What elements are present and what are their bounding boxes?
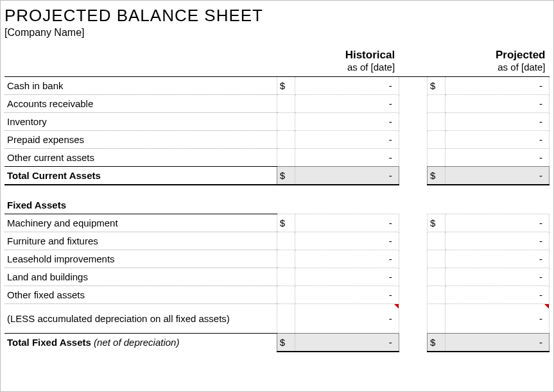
current-asset-row: Prepaid expenses-- (4, 131, 550, 149)
historical-subheader: as of [date] (277, 62, 399, 77)
fixed-asset-row: Leasehold improvements-- (4, 250, 550, 268)
projected-subheader: as of [date] (428, 62, 550, 77)
cell-currency[interactable] (428, 304, 446, 334)
cell-currency[interactable] (428, 232, 446, 250)
cell-currency[interactable]: $ (277, 167, 295, 185)
cell-value[interactable]: - (295, 167, 399, 185)
fixed-asset-row: Land and buildings-- (4, 268, 550, 286)
cell-currency[interactable]: $ (277, 214, 295, 232)
fixed-asset-row: Other fixed assets-- (4, 286, 550, 304)
fixed-asset-row: Furniture and fixtures-- (4, 232, 550, 250)
cell-value[interactable]: - (446, 167, 550, 185)
cell-currency[interactable] (277, 113, 295, 131)
cell-currency[interactable] (277, 304, 295, 334)
fixed-asset-label: Machinery and equipment (4, 214, 277, 232)
current-asset-label: Inventory (4, 113, 277, 131)
historical-header: Historical (277, 47, 399, 62)
cell-value[interactable]: - (295, 77, 399, 95)
cell-value[interactable]: - (446, 334, 550, 352)
cell-value[interactable]: - (295, 286, 399, 304)
cell-value[interactable]: - (295, 334, 399, 352)
fixed-asset-label: (LESS accumulated depreciation on all fi… (4, 304, 277, 334)
cell-value[interactable]: - (295, 131, 399, 149)
total-fixed-assets-row: Total Fixed Assets (net of depreciation)… (4, 334, 550, 352)
cell-currency[interactable] (277, 149, 295, 167)
cell-currency[interactable] (277, 250, 295, 268)
fixed-asset-label: Furniture and fixtures (4, 232, 277, 250)
cell-value[interactable]: - (295, 113, 399, 131)
cell-value[interactable]: - (446, 149, 550, 167)
cell-value[interactable]: - (446, 250, 550, 268)
cell-value[interactable]: - (446, 95, 550, 113)
current-asset-label: Cash in bank (4, 77, 277, 95)
current-asset-row: Other current assets-- (4, 149, 550, 167)
cell-value[interactable]: - (446, 286, 550, 304)
total-current-assets-row: Total Current Assets $ - $ - (4, 167, 550, 185)
cell-value[interactable]: - (295, 149, 399, 167)
cell-currency[interactable] (277, 232, 295, 250)
current-asset-row: Accounts receivable-- (4, 95, 550, 113)
cell-currency[interactable] (428, 250, 446, 268)
cell-currency[interactable]: $ (277, 77, 295, 95)
cell-value[interactable]: - (295, 304, 399, 334)
page-title: PROJECTED BALANCE SHEET (4, 6, 550, 26)
cell-currency[interactable] (277, 268, 295, 286)
cell-currency[interactable] (428, 113, 446, 131)
fixed-assets-section-label: Fixed Assets (4, 196, 277, 214)
cell-value[interactable]: - (446, 268, 550, 286)
fixed-assets-section-row: Fixed Assets (4, 196, 550, 214)
fixed-asset-row: (LESS accumulated depreciation on all fi… (4, 304, 550, 334)
cell-value[interactable]: - (446, 77, 550, 95)
cell-value[interactable]: - (295, 214, 399, 232)
total-current-assets-label: Total Current Assets (4, 167, 277, 185)
current-asset-row: Inventory-- (4, 113, 550, 131)
cell-currency[interactable]: $ (277, 334, 295, 352)
cell-currency[interactable] (277, 286, 295, 304)
cell-value[interactable]: - (446, 113, 550, 131)
total-fixed-assets-label: Total Fixed Assets (net of depreciation) (4, 334, 277, 352)
cell-currency[interactable] (277, 131, 295, 149)
cell-currency[interactable]: $ (428, 167, 446, 185)
projected-header: Projected (428, 47, 550, 62)
column-header-row-1: Historical Projected (4, 47, 550, 62)
cell-currency[interactable] (277, 95, 295, 113)
fixed-asset-row: Machinery and equipment$-$- (4, 214, 550, 232)
cell-currency[interactable] (428, 268, 446, 286)
cell-currency[interactable] (428, 131, 446, 149)
cell-value[interactable]: - (446, 214, 550, 232)
column-header-row-2: as of [date] as of [date] (4, 62, 550, 77)
cell-value[interactable]: - (295, 232, 399, 250)
fixed-asset-label: Other fixed assets (4, 286, 277, 304)
cell-currency[interactable]: $ (428, 334, 446, 352)
cell-currency[interactable] (428, 149, 446, 167)
cell-value[interactable]: - (295, 268, 399, 286)
cell-currency[interactable] (428, 286, 446, 304)
cell-currency[interactable] (428, 95, 446, 113)
cell-value[interactable]: - (446, 304, 550, 334)
fixed-asset-label: Land and buildings (4, 268, 277, 286)
cell-currency[interactable]: $ (428, 214, 446, 232)
current-asset-label: Accounts receivable (4, 95, 277, 113)
current-asset-label: Prepaid expenses (4, 131, 277, 149)
cell-currency[interactable]: $ (428, 77, 446, 95)
cell-value[interactable]: - (295, 95, 399, 113)
cell-value[interactable]: - (446, 232, 550, 250)
current-asset-label: Other current assets (4, 149, 277, 167)
fixed-asset-label: Leasehold improvements (4, 250, 277, 268)
balance-sheet: { "title": "PROJECTED BALANCE SHEET", "c… (1, 1, 553, 352)
company-name: [Company Name] (4, 27, 550, 38)
cell-value[interactable]: - (446, 131, 550, 149)
balance-table: Historical Projected as of [date] as of … (4, 47, 550, 352)
cell-value[interactable]: - (295, 250, 399, 268)
current-asset-row: Cash in bank$-$- (4, 77, 550, 95)
